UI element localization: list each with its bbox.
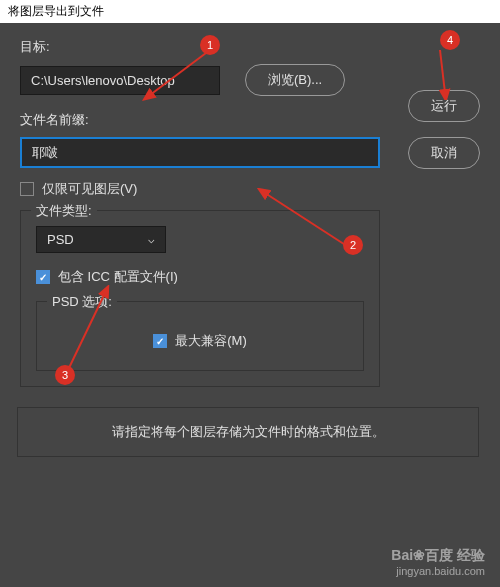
svg-line-0 [150, 50, 210, 95]
target-label: 目标: [20, 38, 480, 56]
visible-only-checkbox[interactable] [20, 182, 34, 196]
svg-line-3 [440, 50, 445, 93]
icc-label: 包含 ICC 配置文件(I) [58, 268, 178, 286]
annotation-arrow-4 [425, 45, 465, 100]
watermark-url: jingyan.baidu.com [391, 565, 485, 577]
icc-checkbox[interactable] [36, 270, 50, 284]
annotation-arrow-3 [60, 285, 130, 375]
file-type-label: 文件类型: [31, 202, 97, 220]
max-compat-checkbox[interactable] [153, 334, 167, 348]
file-type-select[interactable]: PSD [36, 226, 166, 253]
watermark: Bai❀百度 经验 jingyan.baidu.com [391, 547, 485, 577]
browse-button[interactable]: 浏览(B)... [245, 64, 345, 96]
annotation-marker-1: 1 [200, 35, 220, 55]
max-compat-label: 最大兼容(M) [175, 332, 247, 350]
svg-line-1 [265, 193, 350, 248]
cancel-button[interactable]: 取消 [408, 137, 480, 169]
annotation-marker-3: 3 [55, 365, 75, 385]
prefix-input[interactable] [20, 137, 380, 168]
visible-only-label: 仅限可见图层(V) [42, 180, 137, 198]
watermark-logo: Bai❀百度 经验 [391, 547, 485, 565]
window-title: 将图层导出到文件 [8, 4, 104, 18]
svg-line-2 [68, 293, 105, 370]
annotation-marker-2: 2 [343, 235, 363, 255]
annotation-marker-4: 4 [440, 30, 460, 50]
annotation-arrow-2 [255, 188, 355, 258]
info-text: 请指定将每个图层存储为文件时的格式和位置。 [112, 424, 385, 439]
window-title-bar: 将图层导出到文件 [0, 0, 500, 23]
info-box: 请指定将每个图层存储为文件时的格式和位置。 [17, 407, 479, 457]
